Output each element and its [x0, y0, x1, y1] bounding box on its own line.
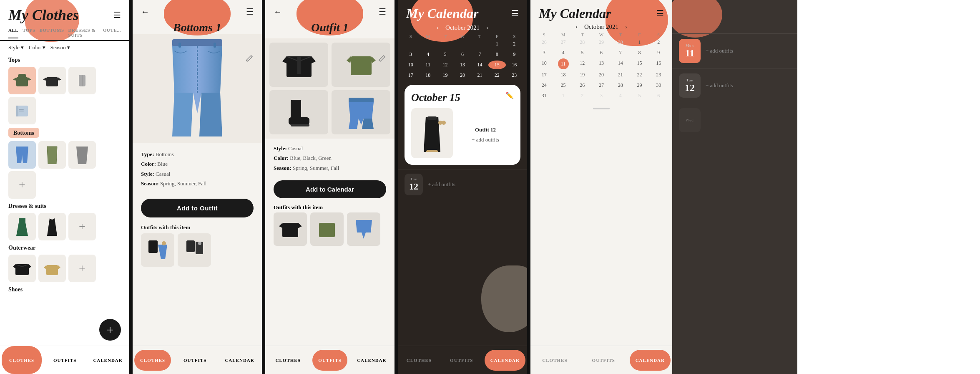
list-item[interactable] [38, 67, 66, 94]
outfit-item-jacket[interactable] [269, 43, 328, 87]
day-badge: Tue 12 [405, 174, 423, 195]
day-row-mon-11: Mon 11 + add outfits [672, 33, 797, 68]
outfit-thumb-1[interactable] [141, 233, 174, 267]
nav-clothes[interactable]: CLOTHES [398, 358, 440, 363]
panel-calendar-split: My Calendar ☰ ‹ October 2021 › SMTWTFS 2… [530, 0, 797, 374]
edit-icon[interactable] [378, 54, 386, 64]
page-title: My Clothes [8, 8, 79, 23]
next-month-icon[interactable]: › [486, 25, 488, 31]
list-item[interactable] [68, 67, 96, 94]
nav-outfits[interactable]: OUTFITS [173, 358, 217, 363]
outfit-item-jeans[interactable] [332, 90, 390, 134]
back-icon[interactable]: ← [274, 7, 282, 17]
list-item[interactable] [8, 67, 36, 94]
tab-all[interactable]: ALL [8, 28, 18, 38]
list-item[interactable] [38, 141, 66, 169]
item-image [133, 34, 262, 143]
outfit-grid [265, 38, 395, 139]
cal-row-2: 3 4 5 6 7 8 9 [530, 48, 672, 58]
back-icon[interactable]: ← [141, 7, 149, 17]
svg-rect-39 [349, 98, 374, 103]
nav-clothes[interactable]: CLOTHES [2, 346, 42, 374]
outfit-info: Outfit 12 + add outfits [457, 123, 514, 143]
bottom-nav: CLOTHES OUTFITS CALENDAR [133, 346, 262, 374]
outfit-item-boots[interactable] [269, 90, 328, 134]
type-value: Bottoms [156, 151, 174, 157]
nav-outfits[interactable]: OUTFITS [579, 358, 628, 363]
day-badge-tue: Tue 12 [679, 73, 701, 98]
list-item[interactable] [8, 213, 36, 240]
day-name: Wed [686, 118, 694, 122]
nav-calendar[interactable]: CALENDAR [86, 346, 129, 374]
day-name: Mon [686, 43, 694, 48]
tab-dresses-suits[interactable]: DRESSES & SUITS [68, 28, 99, 38]
tab-outerwear[interactable]: OUTE... [103, 28, 121, 38]
today-date[interactable]: 11 [558, 58, 569, 69]
svg-marker-18 [58, 265, 60, 269]
svg-rect-45 [427, 116, 437, 120]
outfit-thumb-top[interactable] [310, 212, 344, 246]
outfit-thumb-jeans[interactable] [347, 212, 380, 246]
nav-calendar[interactable]: CALENDAR [349, 358, 395, 363]
type-label: Type: [141, 151, 154, 157]
menu-icon[interactable]: ☰ [246, 7, 254, 17]
divider-2 [262, 0, 265, 374]
nav-outfits[interactable]: OUTFITS [43, 346, 86, 374]
list-item[interactable] [8, 255, 36, 282]
tab-bottoms[interactable]: BOTTOMS [40, 28, 64, 38]
divider-4 [527, 0, 530, 374]
prev-month-icon[interactable]: ‹ [575, 24, 578, 30]
outfit-thumb-jacket[interactable] [274, 212, 307, 246]
season-label: Season: [141, 180, 159, 187]
svg-marker-1 [13, 77, 16, 81]
list-item[interactable] [8, 97, 36, 124]
filter-color[interactable]: Color ▾ [29, 44, 45, 51]
svg-point-47 [442, 121, 446, 125]
nav-calendar[interactable]: CALENDAR [630, 350, 671, 371]
color-value: Blue [157, 161, 168, 167]
add-outfits-text[interactable]: + add outfits [428, 181, 455, 188]
add-dress-button[interactable]: + [68, 213, 96, 240]
edit-icon[interactable] [245, 54, 254, 64]
add-to-outfit-button[interactable]: Add to Outfit [141, 199, 254, 217]
nav-clothes[interactable]: CLOTHES [265, 358, 311, 363]
prev-month-icon[interactable]: ‹ [437, 25, 439, 31]
nav-outfits[interactable]: OUTFITS [312, 350, 347, 371]
add-outfits-text-tue[interactable]: + add outfits [706, 82, 733, 89]
add-outfits-link[interactable]: + add outfits [457, 136, 514, 143]
outfit-card-inner: Outfit 12 + add outfits [411, 108, 514, 158]
tab-tops[interactable]: TOPS [23, 28, 35, 38]
day-row-tue-12: Tue 12 + add outfits [398, 169, 527, 200]
cal-row-1: 26 27 28 29 30 1 2 [530, 37, 672, 48]
style-label: Style: [141, 171, 154, 177]
add-to-calendar-button[interactable]: Add to Calendar [274, 180, 386, 198]
list-item[interactable] [68, 141, 96, 169]
nav-calendar[interactable]: CALENDAR [217, 358, 262, 363]
outfit-thumbnail[interactable] [411, 108, 453, 158]
list-item[interactable] [38, 255, 66, 282]
edit-icon[interactable]: ✏️ [505, 91, 514, 99]
nav-calendar[interactable]: CALENDAR [485, 350, 525, 371]
menu-icon[interactable]: ☰ [379, 7, 386, 17]
svg-rect-22 [214, 43, 216, 48]
outfit-thumb-2[interactable] [178, 233, 211, 267]
p3-header: ← ☰ [265, 0, 395, 17]
outfit-item-top[interactable] [332, 43, 390, 87]
page-title: Outfit 1 [265, 17, 395, 34]
next-month-icon[interactable]: › [625, 24, 627, 30]
menu-icon[interactable]: ☰ [113, 10, 121, 20]
svg-marker-6 [58, 77, 61, 81]
filter-style[interactable]: Style ▾ [8, 44, 24, 51]
nav-clothes[interactable]: CLOTHES [530, 358, 579, 363]
filter-season[interactable]: Season ▾ [50, 44, 70, 51]
add-outfits-text-mon[interactable]: + add outfits [706, 48, 733, 54]
add-bottom-button[interactable]: + [8, 171, 36, 199]
menu-icon[interactable]: ☰ [656, 8, 664, 18]
menu-icon[interactable]: ☰ [511, 8, 519, 18]
nav-outfits[interactable]: OUTFITS [440, 358, 483, 363]
list-item[interactable] [8, 141, 36, 169]
list-item[interactable] [38, 213, 66, 240]
fab-add-button[interactable]: + [99, 319, 121, 341]
nav-clothes[interactable]: CLOTHES [134, 350, 171, 371]
add-outerwear-button[interactable]: + [68, 255, 96, 282]
